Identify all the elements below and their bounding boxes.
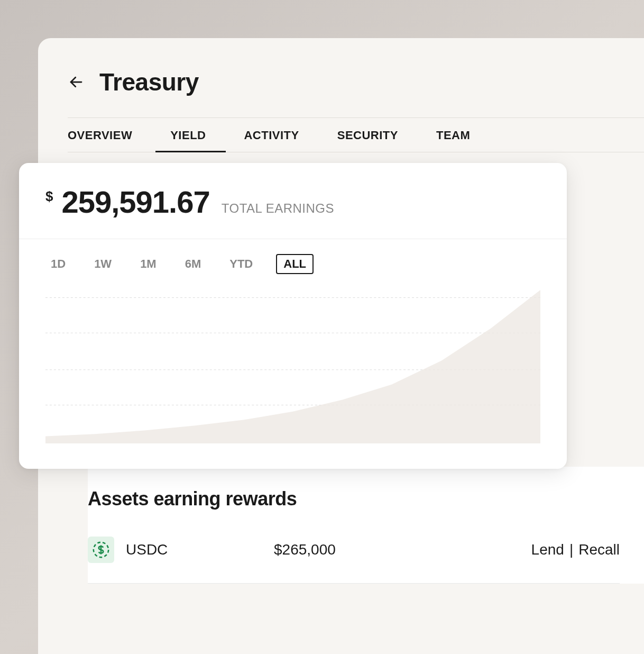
- earnings-chart: [19, 279, 567, 469]
- range-selector: 1D 1W 1M 6M YTD ALL: [19, 239, 567, 279]
- tab-security[interactable]: SECURITY: [337, 129, 398, 152]
- action-divider: |: [569, 541, 573, 558]
- back-arrow-button[interactable]: [68, 74, 85, 90]
- area-chart-svg: [45, 290, 540, 443]
- earnings-card: $ 259,591.67 TOTAL EARNINGS 1D 1W 1M 6M …: [19, 163, 567, 469]
- tab-activity[interactable]: ACTIVITY: [244, 129, 299, 152]
- dollar-circle-icon: [92, 541, 110, 559]
- assets-section: Assets earning rewards USDC $265,000 Len…: [88, 467, 644, 584]
- range-6m[interactable]: 6M: [180, 254, 207, 274]
- earnings-label: TOTAL EARNINGS: [222, 201, 334, 216]
- tab-yield[interactable]: YIELD: [170, 129, 206, 152]
- asset-row: USDC $265,000 Lend | Recall: [88, 529, 620, 584]
- asset-icon-wrap: [88, 537, 114, 563]
- currency-symbol: $: [45, 188, 53, 205]
- earnings-amount: 259,591.67: [61, 184, 209, 220]
- range-1w[interactable]: 1W: [89, 254, 117, 274]
- range-ytd[interactable]: YTD: [224, 254, 258, 274]
- earnings-header: $ 259,591.67 TOTAL EARNINGS: [19, 163, 567, 239]
- arrow-left-icon: [68, 74, 84, 90]
- lend-link[interactable]: Lend: [531, 541, 564, 558]
- range-1m[interactable]: 1M: [135, 254, 162, 274]
- header-row: Treasury: [68, 68, 644, 96]
- asset-name: USDC: [126, 541, 274, 558]
- tab-overview[interactable]: OVERVIEW: [68, 129, 132, 152]
- tab-team[interactable]: TEAM: [436, 129, 470, 152]
- asset-actions: Lend | Recall: [531, 541, 620, 558]
- range-1d[interactable]: 1D: [45, 254, 71, 274]
- range-all[interactable]: ALL: [276, 254, 314, 274]
- recall-link[interactable]: Recall: [578, 541, 620, 558]
- tabs-row: OVERVIEW YIELD ACTIVITY SECURITY TEAM: [68, 117, 644, 152]
- page-title: Treasury: [99, 68, 199, 96]
- asset-amount: $265,000: [274, 541, 531, 558]
- assets-title: Assets earning rewards: [88, 488, 620, 510]
